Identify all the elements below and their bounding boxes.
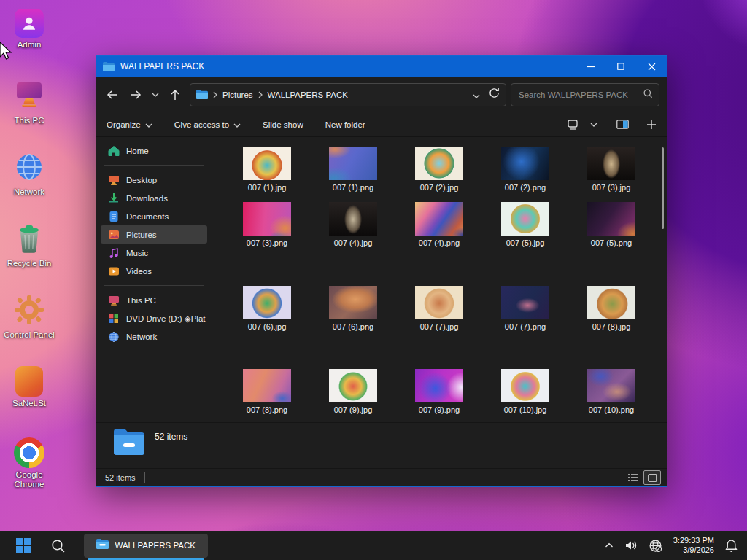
- file-item[interactable]: 007 (1).png: [310, 147, 396, 192]
- toolbar-button-organize[interactable]: Organize: [107, 120, 152, 129]
- system-tray: 3:29:33 PM 3/9/2026: [605, 536, 747, 555]
- file-item[interactable]: 007 (9).png: [396, 369, 482, 414]
- sidebar-item-music[interactable]: Music: [101, 244, 207, 262]
- sidebar-item-network[interactable]: Network: [101, 327, 207, 346]
- taskbar-clock[interactable]: 3:29:33 PM 3/9/2026: [673, 536, 714, 555]
- window-title: WALLPAPERS PACK: [120, 61, 575, 71]
- up-button[interactable]: [163, 84, 187, 106]
- desktop-icon-label: Admin: [18, 40, 42, 50]
- file-item[interactable]: 007 (9).jpg: [310, 369, 396, 414]
- file-item[interactable]: 007 (8).jpg: [568, 286, 654, 331]
- desktop-icon-control-panel[interactable]: Control Panel: [1, 295, 57, 340]
- plus-icon[interactable]: [646, 120, 657, 130]
- file-thumbnail: [329, 369, 377, 402]
- desktop-icon-label: SaNet.St: [12, 399, 46, 408]
- file-item[interactable]: 007 (3).jpg: [568, 147, 654, 192]
- file-thumbnail: [415, 147, 463, 180]
- file-item[interactable]: 007 (1).jpg: [224, 147, 310, 192]
- sidebar-item-this-pc[interactable]: This PC: [101, 291, 207, 309]
- sidebar-item-downloads[interactable]: Downloads: [101, 189, 207, 207]
- recent-locations-chevron-icon[interactable]: [147, 84, 163, 106]
- sidebar-item-desktop[interactable]: Desktop: [101, 171, 207, 189]
- file-item[interactable]: 007 (7).png: [482, 286, 568, 331]
- sidebar-item-pictures[interactable]: Pictures: [101, 225, 207, 244]
- network-icon: [108, 331, 120, 343]
- file-item[interactable]: 007 (6).jpg: [224, 286, 310, 331]
- file-item[interactable]: 007 (2).jpg: [396, 147, 482, 192]
- maximize-button[interactable]: [605, 56, 636, 77]
- sidebar-item-videos[interactable]: Videos: [101, 262, 207, 280]
- details-item-count: 52 items: [155, 432, 187, 442]
- taskbar-app-wallpapers-pack[interactable]: WALLPAPERS PACK: [84, 531, 208, 560]
- search-input[interactable]: [517, 90, 643, 100]
- desktop-icon-recycle-bin[interactable]: Recycle Bin: [1, 223, 57, 268]
- preview-pane-icon[interactable]: [616, 120, 629, 129]
- start-button[interactable]: [16, 538, 31, 553]
- file-item[interactable]: 007 (6).png: [310, 286, 396, 331]
- title-bar[interactable]: WALLPAPERS PACK: [96, 56, 667, 77]
- file-name: 007 (4).jpg: [334, 238, 373, 247]
- file-name: 007 (5).jpg: [506, 238, 545, 247]
- sidebar-item-documents[interactable]: Documents: [101, 207, 207, 225]
- address-bar[interactable]: PicturesWALLPAPERS PACK: [190, 83, 506, 106]
- back-button[interactable]: [101, 84, 124, 106]
- desktop-icon-network[interactable]: Network: [1, 152, 57, 197]
- file-item[interactable]: 007 (3).png: [224, 202, 310, 247]
- file-item[interactable]: 007 (4).jpg: [310, 202, 396, 247]
- sidebar-item-label: Documents: [126, 212, 169, 221]
- file-item[interactable]: 007 (7).jpg: [396, 286, 482, 331]
- file-row: 007 (1).jpg007 (1).png007 (2).jpg007 (2)…: [224, 147, 667, 192]
- desktop-icon: [108, 174, 120, 186]
- close-button[interactable]: [636, 56, 667, 77]
- chevron-down-icon: [233, 120, 241, 129]
- view-icon[interactable]: [567, 120, 578, 130]
- forward-button[interactable]: [124, 84, 147, 106]
- file-item[interactable]: 007 (5).png: [568, 202, 654, 247]
- breadcrumb-item-pictures[interactable]: Pictures: [222, 90, 253, 99]
- sidebar-item-label: Desktop: [126, 176, 157, 184]
- volume-icon[interactable]: [624, 540, 638, 551]
- scrollbar[interactable]: [662, 147, 664, 229]
- sidebar-item-label: Network: [126, 332, 157, 341]
- address-dropdown-chevron-icon[interactable]: [473, 88, 480, 101]
- file-thumbnail: [587, 286, 635, 319]
- file-item[interactable]: 007 (4).png: [396, 202, 482, 247]
- sidebar-item-home[interactable]: Home: [101, 141, 207, 160]
- desktop-icon-label: Network: [14, 187, 44, 197]
- file-item[interactable]: 007 (8).png: [224, 369, 310, 414]
- file-item[interactable]: 007 (5).jpg: [482, 202, 568, 247]
- toolbar-button-slide-show[interactable]: Slide show: [263, 120, 303, 129]
- toolbar-button-new-folder[interactable]: New folder: [325, 120, 365, 129]
- documents-icon: [108, 211, 120, 222]
- desktop-icon-google-chrome[interactable]: Google Chrome: [1, 438, 57, 489]
- tray-chevron-up-icon[interactable]: [605, 542, 614, 548]
- desktop-icon-this-pc[interactable]: This PC: [1, 80, 57, 125]
- view-options-chevron-icon[interactable]: [590, 122, 597, 127]
- notifications-bell-icon[interactable]: [725, 539, 738, 553]
- toolbar-button-label: New folder: [325, 120, 365, 129]
- search-icon[interactable]: [643, 88, 653, 101]
- network-no-internet-icon[interactable]: [649, 539, 662, 553]
- file-item[interactable]: 007 (10).jpg: [482, 369, 568, 414]
- window-body: HomeDesktopDownloadsDocumentsPicturesMus…: [96, 137, 667, 422]
- large-icons-view-icon[interactable]: [643, 470, 661, 485]
- file-item[interactable]: 007 (2).png: [482, 147, 568, 192]
- search-box[interactable]: [511, 83, 659, 106]
- file-thumbnail: [501, 147, 549, 180]
- breadcrumb-item-wallpapers-pack[interactable]: WALLPAPERS PACK: [268, 90, 348, 99]
- minimize-button[interactable]: [575, 56, 605, 77]
- file-item[interactable]: 007 (10).png: [568, 369, 654, 414]
- file-thumbnail: [329, 147, 377, 180]
- refresh-icon[interactable]: [489, 88, 500, 101]
- sidebar-item-label: Home: [126, 147, 149, 155]
- details-view-icon[interactable]: [624, 471, 640, 484]
- desktop-icon-label: Google Chrome: [1, 470, 57, 489]
- sidebar-item-dvd-drive-d-plat[interactable]: DVD Drive (D:) ◈Plat: [101, 309, 207, 327]
- desktop-icon-sanet-st[interactable]: SaNet.St: [1, 366, 57, 408]
- toolbar-button-give-access-to[interactable]: Give access to: [174, 120, 241, 129]
- file-thumbnail: [329, 202, 377, 236]
- sidebar-item-label: Videos: [126, 267, 152, 276]
- file-name: 007 (2).png: [505, 183, 546, 192]
- file-row: 007 (8).png007 (9).jpg007 (9).png007 (10…: [224, 369, 667, 414]
- taskbar-search-icon[interactable]: [50, 538, 66, 553]
